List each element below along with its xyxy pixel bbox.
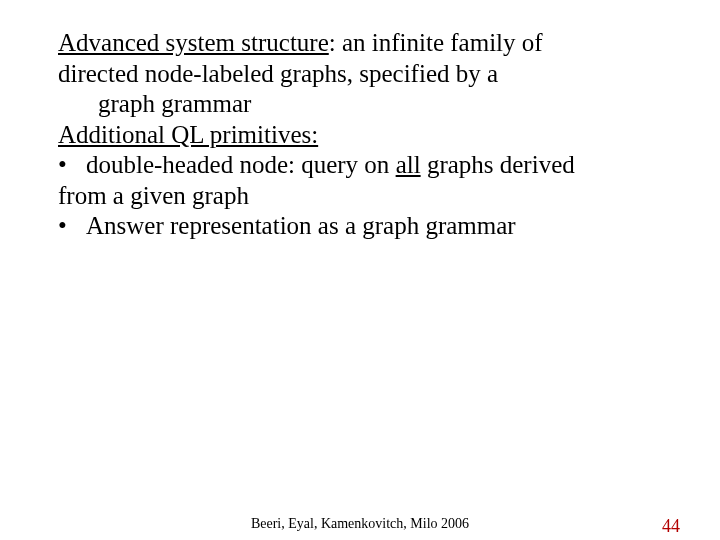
bullet-content-2: Answer representation as a graph grammar — [86, 211, 668, 242]
footer-citation: Beeri, Eyal, Kamenkovitch, Milo 2006 — [0, 516, 720, 532]
bullet-content-1: double-headed node: query on all graphs … — [86, 150, 668, 181]
text-line3: graph grammar — [98, 90, 251, 117]
text-bullet1a: double-headed node: query on — [86, 151, 396, 178]
text-bullet1-underlined-all: all — [396, 151, 421, 178]
bullet-item-1: • double-headed node: query on all graph… — [58, 150, 668, 181]
text-line1-rest: : an infinite family of — [329, 29, 543, 56]
bullet-item-2: • Answer representation as a graph gramm… — [58, 211, 668, 242]
paragraph-line-2: directed node-labeled graphs, specified … — [58, 59, 668, 90]
paragraph-line-3: graph grammar — [58, 89, 668, 120]
bullet-marker: • — [58, 211, 86, 242]
body-text-block: Advanced system structure: an infinite f… — [58, 28, 668, 242]
text-bullet2: Answer representation as a graph grammar — [86, 212, 516, 239]
text-bullet1b: graphs derived — [421, 151, 575, 178]
slide: Advanced system structure: an infinite f… — [0, 0, 720, 540]
text-line2: directed node-labeled graphs, specified … — [58, 60, 498, 87]
page-number: 44 — [662, 516, 680, 537]
paragraph-line-4: Additional QL primitives: — [58, 120, 668, 151]
heading-advanced-system-structure: Advanced system structure — [58, 29, 329, 56]
heading-additional-ql-primitives: Additional QL primitives: — [58, 121, 318, 148]
bullet-1-continuation: from a given graph — [58, 181, 668, 212]
bullet-marker: • — [58, 150, 86, 181]
text-bullet1c: from a given graph — [58, 182, 249, 209]
paragraph-line-1: Advanced system structure: an infinite f… — [58, 28, 668, 59]
